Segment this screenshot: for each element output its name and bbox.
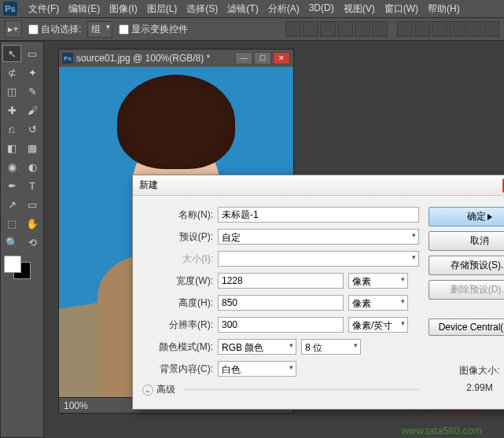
- wand-tool-icon[interactable]: ✦: [23, 64, 42, 81]
- distribute-icon[interactable]: [466, 21, 482, 37]
- menu-item[interactable]: 分析(A): [263, 1, 304, 17]
- size-select: [218, 251, 419, 267]
- align-icon[interactable]: [372, 21, 388, 37]
- image-size-info: 图像大小: 2.99M: [429, 364, 504, 393]
- advanced-toggle[interactable]: ⌄ 高级: [142, 383, 419, 396]
- menu-item[interactable]: 3D(D): [304, 1, 339, 17]
- color-swatches[interactable]: [2, 256, 31, 279]
- menu-item[interactable]: 视图(V): [339, 1, 380, 17]
- 3d-tool-icon[interactable]: ⬚: [2, 215, 21, 232]
- height-unit-select[interactable]: 像素: [348, 295, 408, 311]
- maximize-icon[interactable]: ☐: [254, 52, 271, 64]
- resolution-label: 分辨率(R):: [142, 318, 213, 332]
- watermark-url: www.tata580.com: [401, 425, 482, 436]
- resolution-input[interactable]: [218, 317, 344, 333]
- move-tool-indicator[interactable]: ▸+: [5, 20, 22, 38]
- crop-tool-icon[interactable]: ◫: [2, 83, 21, 100]
- menu-item[interactable]: 图像(I): [105, 1, 142, 17]
- heal-tool-icon[interactable]: ✚: [2, 101, 21, 119]
- blur-tool-icon[interactable]: ◉: [2, 158, 21, 175]
- align-icon[interactable]: [285, 21, 301, 37]
- bg-content-select[interactable]: 白色: [218, 361, 296, 377]
- app-logo: Ps: [3, 2, 17, 16]
- zoom-level[interactable]: 100%: [64, 400, 88, 411]
- menu-item[interactable]: 图层(L): [142, 1, 182, 17]
- new-document-dialog: 新建 ✕ 名称(N): 预设(P): 自定 大小(I):: [132, 175, 504, 410]
- options-bar: ▸+ 自动选择: 组 显示变换控件: [0, 17, 504, 41]
- ok-button[interactable]: 确定: [429, 207, 504, 226]
- menu-item[interactable]: 选择(S): [182, 1, 223, 17]
- show-transform-checkbox[interactable]: 显示变换控件: [119, 23, 188, 36]
- chevron-down-icon: ⌄: [142, 385, 153, 396]
- dialog-form: 名称(N): 预设(P): 自定 大小(I): 宽度(W): 像素: [142, 207, 419, 396]
- shape-tool-icon[interactable]: ▭: [23, 196, 42, 213]
- move-tool-icon[interactable]: ↖: [2, 45, 21, 62]
- distribute-icon[interactable]: [414, 21, 430, 37]
- document-title: source01.jpg @ 100%(RGB/8) *: [76, 53, 210, 64]
- color-mode-select[interactable]: RGB 颜色: [218, 339, 296, 355]
- cancel-button[interactable]: 取消: [429, 231, 504, 251]
- minimize-icon[interactable]: —: [235, 52, 252, 64]
- menu-item[interactable]: 窗口(W): [380, 1, 423, 17]
- distribute-icon[interactable]: [449, 21, 465, 37]
- menu-bar: Ps 文件(F)编辑(E)图像(I)图层(L)选择(S)滤镜(T)分析(A)3D…: [0, 0, 504, 17]
- size-label: 大小(I):: [142, 252, 213, 266]
- path-select-icon[interactable]: ↗: [2, 196, 21, 213]
- lasso-tool-icon[interactable]: ⊄: [2, 64, 21, 81]
- canvas-area: Ps source01.jpg @ 100%(RGB/8) * — ☐ ✕ 10…: [44, 41, 504, 438]
- brush-tool-icon[interactable]: 🖌: [23, 101, 42, 119]
- bit-depth-select[interactable]: 8 位: [301, 339, 361, 355]
- dialog-title: 新建: [139, 179, 158, 192]
- align-icon[interactable]: [320, 21, 336, 37]
- name-label: 名称(N):: [142, 208, 213, 222]
- hand-tool-icon[interactable]: ✋: [23, 215, 42, 232]
- menu-item[interactable]: 编辑(E): [64, 1, 105, 17]
- pen-tool-icon[interactable]: ✒: [2, 177, 21, 194]
- menu-item[interactable]: 帮助(H): [423, 1, 465, 17]
- type-tool-icon[interactable]: T: [23, 177, 42, 194]
- stamp-tool-icon[interactable]: ⎌: [2, 120, 21, 138]
- delete-preset-button: 删除预设(D)...: [429, 280, 504, 300]
- distribute-icon[interactable]: [484, 21, 499, 37]
- height-label: 高度(H):: [142, 296, 213, 310]
- distribute-icon[interactable]: [432, 21, 447, 37]
- width-input[interactable]: [218, 273, 344, 289]
- save-preset-button[interactable]: 存储预设(S)...: [429, 256, 504, 275]
- preset-label: 预设(P):: [142, 230, 213, 244]
- name-input[interactable]: [218, 207, 419, 223]
- doc-ps-icon: Ps: [62, 53, 73, 64]
- resolution-unit-select[interactable]: 像素/英寸: [348, 317, 408, 333]
- gradient-tool-icon[interactable]: ▦: [23, 139, 42, 156]
- menu-item[interactable]: 文件(F): [24, 1, 64, 17]
- dialog-titlebar[interactable]: 新建 ✕: [133, 175, 504, 196]
- preset-select[interactable]: 自定: [218, 229, 419, 245]
- height-input[interactable]: [218, 295, 344, 311]
- width-label: 宽度(W):: [142, 274, 213, 288]
- width-unit-select[interactable]: 像素: [348, 273, 408, 289]
- bg-content-label: 背景内容(C):: [142, 363, 213, 376]
- marquee-tool-icon[interactable]: ▭: [23, 45, 42, 62]
- align-icon[interactable]: [303, 21, 318, 37]
- eraser-tool-icon[interactable]: ◧: [2, 139, 21, 156]
- fg-color-swatch[interactable]: [4, 256, 21, 273]
- rotate-tool-icon[interactable]: ⟲: [23, 234, 42, 251]
- menu-item[interactable]: 滤镜(T): [223, 1, 263, 17]
- cursor-icon: [487, 214, 492, 220]
- close-icon[interactable]: ✕: [273, 52, 290, 64]
- auto-select-checkbox[interactable]: 自动选择:: [28, 23, 81, 36]
- zoom-tool-icon[interactable]: 🔍: [2, 234, 21, 251]
- toolbox: ↖ ▭ ⊄ ✦ ◫ ✎ ✚ 🖌 ⎌ ↺ ◧ ▦ ◉ ◐ ✒ T ↗ ▭ ⬚ ✋ …: [0, 41, 44, 438]
- align-icon[interactable]: [355, 21, 370, 37]
- document-titlebar[interactable]: Ps source01.jpg @ 100%(RGB/8) * — ☐ ✕: [59, 50, 293, 67]
- align-icon[interactable]: [337, 21, 353, 37]
- eyedropper-tool-icon[interactable]: ✎: [23, 83, 42, 100]
- history-brush-icon[interactable]: ↺: [23, 120, 42, 138]
- align-buttons: [285, 21, 499, 37]
- auto-select-target[interactable]: 组: [87, 21, 112, 38]
- distribute-icon[interactable]: [397, 21, 413, 37]
- dodge-tool-icon[interactable]: ◐: [23, 158, 42, 175]
- device-central-button[interactable]: Device Central(E)...: [429, 318, 504, 336]
- color-mode-label: 颜色模式(M):: [142, 340, 213, 354]
- dialog-buttons: 确定 取消 存储预设(S)... 删除预设(D)... Device Centr…: [429, 207, 504, 396]
